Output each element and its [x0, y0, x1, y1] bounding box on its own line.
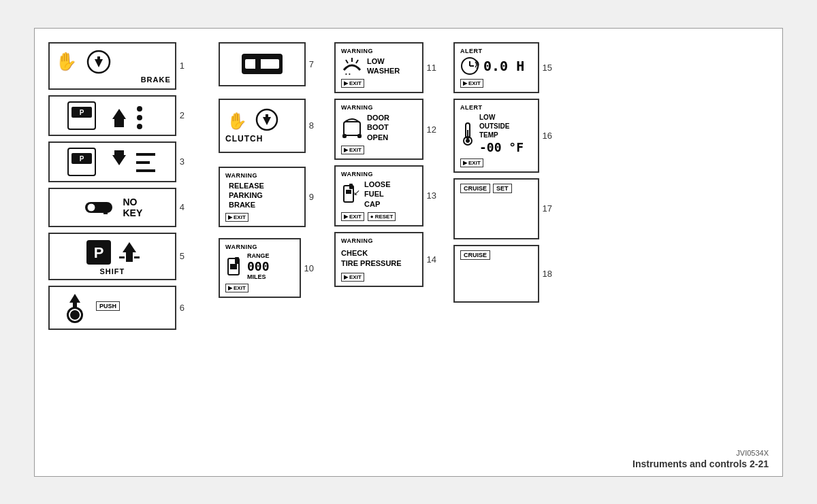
svg-rect-51: [344, 125, 345, 132]
figure-code: JVI0534X: [736, 449, 769, 457]
item-1-num: 1: [180, 61, 185, 71]
item-13-num: 13: [427, 190, 436, 201]
svg-rect-40: [266, 114, 268, 121]
column-2: 7 ✋ CLUTCH: [191, 42, 314, 423]
item-9-footer: ▶ EXIT: [225, 213, 299, 222]
item-4-num: 4: [180, 202, 185, 212]
item-12-footer: ▶ EXIT: [341, 146, 417, 154]
item-4-row: NO KEY 4: [48, 188, 185, 227]
svg-rect-54: [349, 184, 353, 189]
item-16-row: ALERT LOWOUTSIDETEMP -00 °F: [453, 99, 552, 173]
item-11-row: WARNING • • LOWWASHER: [334, 42, 436, 94]
item-10-row: WARNING RANGE 000 MILES: [219, 238, 314, 298]
svg-rect-27: [126, 252, 133, 262]
item-15-row: ALERT 0.0 H: [453, 42, 552, 93]
item-16-alert: ALERT LOWOUTSIDETEMP -00 °F: [453, 99, 539, 173]
svg-rect-61: [467, 130, 468, 139]
item-13-title: WARNING: [341, 171, 417, 178]
item-10-exit-btn[interactable]: ▶ EXIT: [225, 284, 249, 292]
item-14-num: 14: [427, 254, 436, 265]
item-15-alert: ALERT 0.0 H: [453, 42, 539, 93]
clutch-hand-icon: ✋: [225, 107, 250, 132]
item-15-exit-btn[interactable]: ▶ EXIT: [460, 79, 483, 88]
svg-rect-43: [235, 257, 239, 264]
svg-rect-48: [344, 122, 360, 135]
trans-up-icon: P: [61, 99, 163, 133]
item-11-title: WARNING: [341, 48, 417, 54]
item-12-row: WARNING DOORBOOTOPEN: [334, 99, 436, 160]
item-11-warning: WARNING • • LOWWASHER: [334, 42, 423, 94]
item-5-row: P SHIFT 5: [48, 233, 185, 280]
item-14-warning: WARNING CHECKTIRE PRESSURE ▶ EXIT: [334, 232, 423, 287]
item-11-exit-btn[interactable]: ▶ EXIT: [341, 79, 364, 88]
item-10-body: RANGE 000 MILES: [225, 252, 294, 280]
key-label: KEY: [123, 207, 142, 218]
item-17-cruise-set: CRUISE SET: [453, 178, 539, 239]
svg-rect-19: [136, 169, 155, 172]
item-8-row: ✋ CLUTCH 8: [219, 99, 314, 153]
temp-value: -00 °F: [479, 139, 524, 155]
item-11-footer: ▶ EXIT: [341, 79, 417, 88]
item-11-body: • • LOWWASHER: [341, 56, 417, 76]
item-16-title: ALERT: [460, 104, 532, 111]
item-16-footer: ▶ EXIT: [460, 158, 532, 167]
door-text: DOORBOOTOPEN: [367, 113, 389, 142]
fuel-cap-icon: ↙: [341, 182, 360, 206]
svg-text:✋: ✋: [227, 111, 247, 131]
svg-rect-21: [103, 209, 108, 214]
alert-time-value: 0.0 H: [483, 58, 524, 74]
svg-text:P: P: [80, 109, 84, 116]
seatbelt-icon: [238, 47, 286, 81]
item-18-cruise: CRUISE: [453, 245, 539, 303]
item-13-warning: WARNING ↙ LOOSEFUELCAP ▶ EXI: [334, 165, 423, 226]
item-16-exit-btn[interactable]: ▶ EXIT: [460, 158, 483, 167]
main-page: ✋ BRAKE 1: [34, 28, 783, 477]
item-17-row: CRUISE SET 17: [453, 178, 552, 239]
item-9-body: RELEASEPARKINGBRAKE: [229, 181, 299, 210]
tire-text: CHECKTIRE PRESSURE: [341, 248, 417, 269]
washer-icon: • •: [341, 56, 363, 75]
svg-rect-35: [245, 59, 279, 69]
svg-rect-28: [119, 256, 125, 258]
range-label: RANGE: [247, 252, 270, 259]
cruise-set-labels: CRUISE SET: [460, 184, 532, 193]
item-12-num: 12: [427, 124, 436, 135]
item-9-warning: WARNING RELEASEPARKINGBRAKE ▶ EXIT: [219, 167, 306, 228]
item-14-footer: ▶ EXIT: [341, 273, 417, 282]
item-13-exit-btn[interactable]: ▶ EXIT: [341, 212, 364, 221]
item-8-num: 8: [309, 120, 314, 131]
cruise-labels: CRUISE: [460, 250, 532, 260]
svg-text:✋: ✋: [55, 50, 78, 72]
item-15-num: 15: [543, 63, 552, 73]
item-5-num: 5: [180, 251, 185, 261]
column-1: ✋ BRAKE 1: [48, 42, 185, 423]
item-5-shift: P SHIFT: [48, 233, 176, 280]
fuel-pump-icon: [225, 256, 244, 278]
item-14-row: WARNING CHECKTIRE PRESSURE ▶ EXIT 14: [334, 232, 436, 287]
item-16-body: LOWOUTSIDETEMP -00 °F: [460, 113, 532, 155]
svg-point-23: [87, 203, 95, 212]
item-7-row: 7: [219, 42, 314, 86]
item-12-warning: WARNING DOORBOOTOPEN: [334, 99, 423, 160]
shift-arrow-icon: [119, 239, 140, 266]
item-6-push: PUSH: [48, 286, 176, 330]
item-14-exit-btn[interactable]: ▶ EXIT: [341, 273, 364, 282]
item-9-exit-btn[interactable]: ▶ EXIT: [225, 213, 249, 222]
item-12-body: DOORBOOTOPEN: [341, 113, 417, 142]
brake-hand-icon: ✋: [54, 48, 81, 75]
item-10-num: 10: [304, 263, 314, 273]
nokey-text: NO KEY: [123, 197, 142, 218]
range-value: 000: [247, 259, 270, 273]
svg-marker-30: [69, 294, 80, 303]
item-12-exit-btn[interactable]: ▶ EXIT: [341, 146, 364, 154]
item-10-footer: ▶ EXIT: [225, 284, 294, 292]
item-14-title: WARNING: [341, 237, 417, 244]
svg-rect-50: [357, 134, 362, 138]
item-13-reset-btn[interactable]: ● RESET: [368, 212, 396, 221]
item-13-body: ↙ LOOSEFUELCAP: [341, 180, 417, 209]
push-label: PUSH: [96, 301, 120, 311]
svg-point-11: [137, 124, 142, 129]
item-8-clutch: ✋ CLUTCH: [219, 99, 306, 153]
item-3-row: P 3: [48, 141, 185, 182]
miles-label: MILES: [247, 273, 270, 280]
